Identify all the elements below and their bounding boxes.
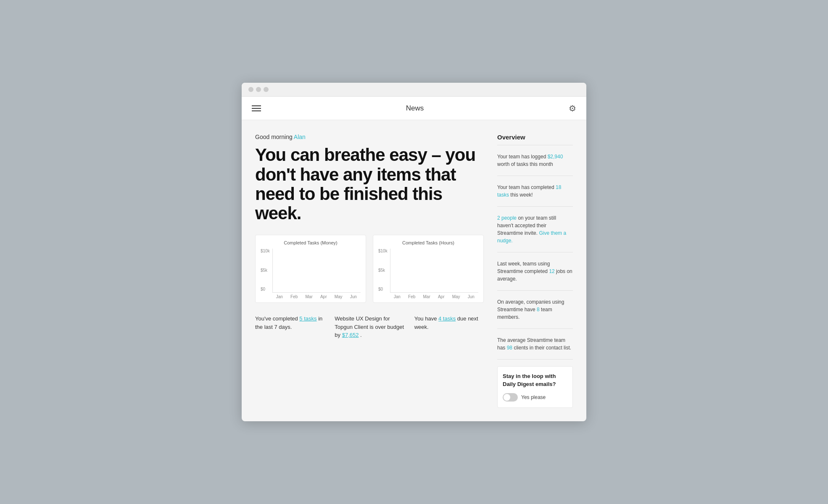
menu-button[interactable] xyxy=(252,105,261,111)
sidebar-column: Overview Your team has logged $2,940 wor… xyxy=(497,134,573,407)
overview-divider-6 xyxy=(497,359,573,360)
overview-divider-0 xyxy=(497,145,573,145)
x-label-mar-money: Mar xyxy=(306,294,313,299)
y-label-10k-h: $10k xyxy=(378,249,388,253)
browser-window: News ⚙ Good morning Alan You can breathe… xyxy=(242,83,586,421)
stat-budget-link[interactable]: $7,652 xyxy=(342,332,359,338)
digest-toggle-label: Yes please xyxy=(521,394,546,400)
chart-money: Completed Tasks (Money) $10k $5k $0 xyxy=(255,235,366,303)
x-label-apr-money: Apr xyxy=(320,294,327,299)
x-label-apr-hours: Apr xyxy=(438,294,445,299)
page-title: News xyxy=(406,104,424,113)
hero-headline: You can breathe easy – you don't have an… xyxy=(255,145,484,223)
overview-divider-5 xyxy=(497,328,573,329)
settings-button[interactable]: ⚙ xyxy=(569,103,576,113)
overview-item-5: The average Streamtime team has 98 clien… xyxy=(497,333,573,355)
digest-title: Stay in the loop with Daily Digest email… xyxy=(503,373,567,388)
overview-divider-2 xyxy=(497,206,573,207)
overview-item-2: 2 people on your team still haven't acce… xyxy=(497,211,573,248)
overview-item-0: Your team has logged $2,940 worth of tas… xyxy=(497,150,573,171)
y-label-0-h: $0 xyxy=(378,287,388,291)
y-label-5k-h: $5k xyxy=(378,268,388,273)
overview-link-people[interactable]: 2 people xyxy=(497,215,517,221)
stat-due-tasks: You have 4 tasks due next week. xyxy=(414,315,484,339)
x-label-jan-money: Jan xyxy=(276,294,283,299)
x-label-feb-money: Feb xyxy=(290,294,298,299)
x-label-jan-hours: Jan xyxy=(394,294,401,299)
stats-row: You've completed 5 tasks in the last 7 d… xyxy=(255,315,484,339)
x-label-jun-hours: Jun xyxy=(468,294,475,299)
overview-divider-3 xyxy=(497,252,573,252)
stat-tasks-link[interactable]: 5 tasks xyxy=(299,315,316,322)
digest-box: Stay in the loop with Daily Digest email… xyxy=(497,366,573,407)
chart-hours-title: Completed Tasks (Hours) xyxy=(378,240,478,245)
overview-link-tasks[interactable]: 18 tasks xyxy=(497,184,561,198)
overview-item-4: On average, companies using Streamtime h… xyxy=(497,295,573,324)
traffic-lights xyxy=(248,87,269,92)
greeting-name: Alan xyxy=(294,134,306,140)
stat-tasks-completed: You've completed 5 tasks in the last 7 d… xyxy=(255,315,324,339)
overview-link-nudge[interactable]: Give them a nudge. xyxy=(497,230,566,244)
chart-hours: Completed Tasks (Hours) $10k $5k $0 xyxy=(373,235,484,303)
minimize-button[interactable] xyxy=(256,87,261,92)
toggle-row: Yes please xyxy=(503,393,567,402)
overview-link-clients[interactable]: 98 xyxy=(507,345,512,351)
y-label-5k: $5k xyxy=(261,268,270,273)
overview-divider-4 xyxy=(497,290,573,291)
stat-budget-overrun: Website UX Design for Topgun Client is o… xyxy=(335,315,404,339)
app-content: Good morning Alan You can breathe easy –… xyxy=(242,120,586,421)
y-label-0: $0 xyxy=(261,287,270,291)
close-button[interactable] xyxy=(248,87,253,92)
app-header: News ⚙ xyxy=(242,97,586,120)
charts-row: Completed Tasks (Money) $10k $5k $0 xyxy=(255,235,484,303)
x-label-may-money: May xyxy=(335,294,343,299)
browser-chrome xyxy=(242,83,586,97)
x-label-may-hours: May xyxy=(452,294,460,299)
stat-due-link[interactable]: 4 tasks xyxy=(438,315,456,322)
main-column: Good morning Alan You can breathe easy –… xyxy=(255,134,484,407)
overview-item-3: Last week, teams using Streamtime comple… xyxy=(497,257,573,286)
overview-link-jobs[interactable]: 12 xyxy=(549,268,554,274)
maximize-button[interactable] xyxy=(264,87,269,92)
chart-money-title: Completed Tasks (Money) xyxy=(261,240,361,245)
y-label-10k: $10k xyxy=(261,249,270,253)
x-label-feb-hours: Feb xyxy=(408,294,415,299)
x-label-mar-hours: Mar xyxy=(423,294,430,299)
overview-divider-1 xyxy=(497,176,573,176)
digest-toggle[interactable] xyxy=(503,393,518,402)
overview-link-members[interactable]: 8 xyxy=(537,307,540,312)
overview-title: Overview xyxy=(497,134,573,141)
greeting: Good morning Alan xyxy=(255,134,484,140)
x-label-jun-money: Jun xyxy=(350,294,357,299)
overview-item-1: Your team has completed 18 tasks this we… xyxy=(497,180,573,202)
overview-link-money[interactable]: $2,940 xyxy=(548,154,563,160)
